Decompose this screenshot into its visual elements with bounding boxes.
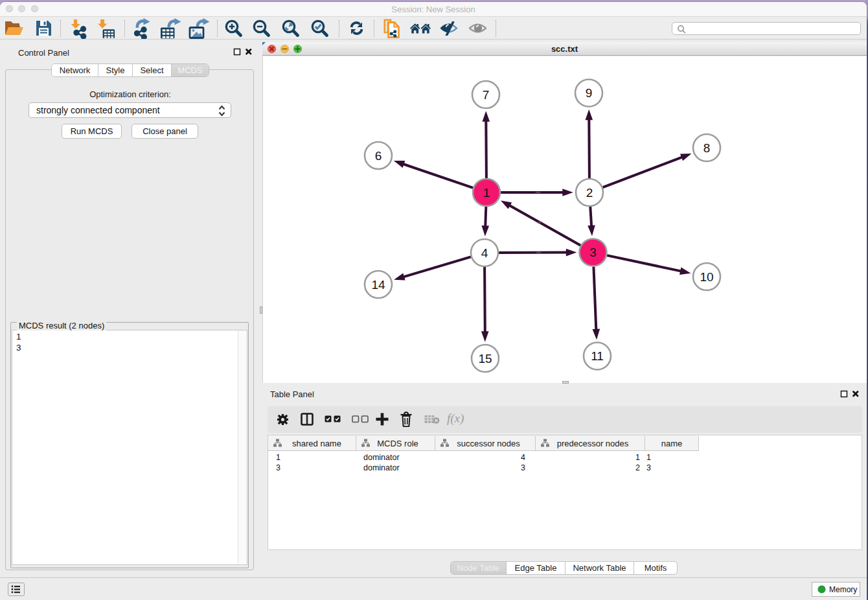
svg-text:7: 7 — [483, 88, 490, 102]
svg-text:2: 2 — [586, 186, 593, 200]
svg-text:4: 4 — [481, 246, 488, 260]
svg-text:shared name: shared name — [292, 439, 341, 448]
svg-text:11: 11 — [591, 349, 604, 363]
svg-text:3: 3 — [589, 246, 597, 259]
svg-text:15: 15 — [478, 352, 492, 365]
svg-text:10: 10 — [700, 270, 713, 284]
svg-text:14: 14 — [371, 278, 385, 292]
svg-text:1: 1 — [483, 186, 490, 200]
svg-text:9: 9 — [586, 86, 593, 100]
svg-text:6: 6 — [375, 149, 382, 163]
svg-text:successor nodes: successor nodes — [457, 439, 520, 448]
svg-text:8: 8 — [703, 141, 711, 155]
svg-text:name: name — [661, 439, 683, 448]
svg-text:predecessor nodes: predecessor nodes — [557, 439, 629, 448]
svg-text:MCDS role: MCDS role — [377, 439, 418, 448]
